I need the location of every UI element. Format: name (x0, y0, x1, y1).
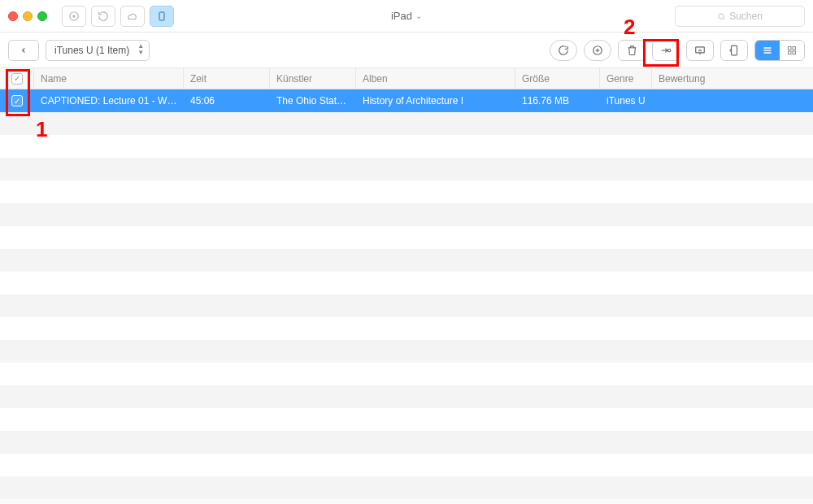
table-row (0, 294, 813, 317)
mode-disc-button[interactable] (62, 6, 86, 27)
row-size: 116.76 MB (515, 95, 600, 106)
svg-rect-17 (793, 47, 796, 50)
table-row (0, 476, 813, 499)
table-row[interactable]: ✓ CAPTIONED: Lecture 01 - Wh… 45:06 The … (0, 89, 813, 112)
to-computer-button[interactable] (686, 40, 714, 61)
col-rating[interactable]: Bewertung (652, 68, 813, 89)
svg-rect-16 (789, 47, 792, 50)
table-row (0, 226, 813, 249)
refresh-button[interactable] (550, 40, 577, 61)
col-genre[interactable]: Genre (600, 68, 652, 89)
row-name: CAPTIONED: Lecture 01 - Wh… (34, 95, 184, 106)
mode-history-button[interactable] (91, 6, 115, 27)
svg-point-9 (667, 49, 671, 52)
window-controls (8, 11, 47, 21)
view-toggle (754, 40, 805, 61)
table-row (0, 317, 813, 340)
minimize-window-icon[interactable] (23, 11, 33, 21)
search-input[interactable]: Suchen (675, 6, 805, 27)
svg-rect-18 (789, 51, 792, 54)
list-view-button[interactable] (755, 41, 780, 60)
table-body: ✓ CAPTIONED: Lecture 01 - Wh… 45:06 The … (0, 89, 813, 504)
mode-selector (62, 6, 179, 27)
category-dropdown[interactable]: iTunes U (1 Item) ▲▼ (46, 40, 150, 61)
col-album[interactable]: Alben (356, 68, 515, 89)
toolbar-actions (550, 40, 805, 61)
add-button[interactable] (584, 40, 611, 61)
back-button[interactable] (8, 40, 39, 61)
window-title[interactable]: iPad ⌄ (391, 10, 422, 22)
svg-line-5 (723, 18, 724, 20)
table-row (0, 158, 813, 180)
select-all-cell[interactable]: ✓ (0, 68, 34, 89)
to-device-button[interactable] (720, 40, 748, 61)
row-time: 45:06 (184, 95, 270, 106)
svg-rect-19 (793, 51, 796, 54)
table-row (0, 363, 813, 385)
table-header: ✓ Name Zeit Künstler Alben Größe Genre B… (0, 68, 813, 89)
table-row (0, 431, 813, 454)
maximize-window-icon[interactable] (37, 11, 47, 21)
titlebar: iPad ⌄ Suchen (0, 0, 813, 33)
table-row (0, 454, 813, 476)
table-row (0, 340, 813, 363)
table-row (0, 272, 813, 294)
chevron-down-icon: ⌄ (415, 11, 422, 20)
mode-device-button[interactable] (150, 6, 174, 27)
grid-view-button[interactable] (780, 41, 804, 60)
col-size[interactable]: Größe (515, 68, 600, 89)
select-all-checkbox[interactable]: ✓ (11, 73, 23, 85)
col-name[interactable]: Name (34, 68, 184, 89)
row-genre: iTunes U (600, 95, 652, 106)
table-row (0, 112, 813, 135)
table-row (0, 408, 813, 431)
svg-point-1 (73, 15, 75, 16)
category-dropdown-label: iTunes U (1 Item) (54, 45, 129, 56)
svg-point-4 (719, 13, 724, 18)
row-album: History of Architecture I (356, 95, 515, 106)
delete-button[interactable] (618, 40, 646, 61)
search-placeholder: Suchen (729, 11, 763, 22)
svg-rect-2 (159, 12, 164, 20)
table-row (0, 180, 813, 203)
row-check-cell[interactable]: ✓ (0, 95, 34, 106)
col-time[interactable]: Zeit (184, 68, 270, 89)
toolbar: iTunes U (1 Item) ▲▼ (0, 33, 813, 68)
to-itunes-button[interactable] (652, 40, 680, 61)
col-artist[interactable]: Künstler (270, 68, 356, 89)
table-row (0, 135, 813, 158)
close-window-icon[interactable] (8, 11, 18, 21)
row-checkbox[interactable]: ✓ (11, 95, 23, 106)
row-artist: The Ohio State… (270, 95, 356, 106)
table-row (0, 385, 813, 408)
svg-point-0 (70, 11, 79, 20)
table-row (0, 249, 813, 272)
window-title-text: iPad (391, 10, 412, 22)
search-icon (717, 12, 726, 21)
mode-cloud-button[interactable] (120, 6, 145, 27)
table-row (0, 203, 813, 226)
updown-icon: ▲▼ (137, 43, 144, 56)
